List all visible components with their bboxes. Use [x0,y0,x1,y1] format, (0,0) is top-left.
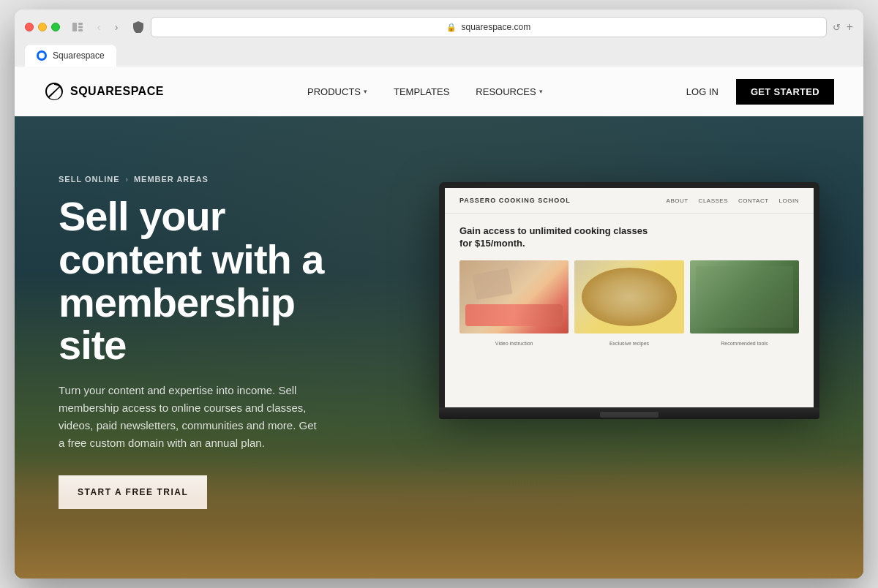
nav-arrows: ‹ › [91,19,124,35]
tab-favicon [37,50,47,61]
hero-section: SQUARESPACE PRODUCTS ▾ TEMPLATES RESOURC… [15,67,863,578]
sidebar-toggle[interactable] [72,21,83,33]
hero-description: Turn your content and expertise into inc… [59,382,322,452]
traffic-lights [25,23,60,31]
privacy-icon [132,20,145,34]
breadcrumb: SELL ONLINE › MEMBER AREAS [59,175,366,184]
breadcrumb-sell-online[interactable]: SELL ONLINE [59,175,120,184]
hands-overlay [15,447,863,578]
get-started-button[interactable]: GET STARTED [736,79,834,105]
address-bar[interactable]: 🔒 squarespace.com [151,17,827,37]
svg-rect-1 [78,23,83,25]
mini-image-pasta [574,260,683,333]
mini-nav-contact[interactable]: CONTACT [738,197,769,204]
back-button[interactable]: ‹ [91,19,107,35]
maximize-button[interactable] [51,23,60,31]
login-link[interactable]: LOG IN [686,86,718,97]
mini-nav-links: ABOUT CLASSES CONTACT LOGIN [667,197,799,204]
breadcrumb-separator: › [126,176,128,184]
breadcrumb-member-areas[interactable]: MEMBER AREAS [134,175,209,184]
mini-label-video: Video instruction [459,341,569,346]
mini-label-tools: Recommended tools [690,341,799,346]
laptop-screen-inner: PASSERO COOKING SCHOOL ABOUT CLASSES CON… [445,188,814,407]
laptop-screen: PASSERO COOKING SCHOOL ABOUT CLASSES CON… [439,182,819,407]
nav-resources[interactable]: RESOURCES ▾ [476,86,542,97]
active-tab[interactable]: Squarespace [25,45,116,67]
mini-nav-about[interactable]: ABOUT [667,197,688,204]
hero-title: Sell your content with a membership site [59,195,366,367]
close-button[interactable] [25,23,34,31]
mini-website: PASSERO COOKING SCHOOL ABOUT CLASSES CON… [445,188,814,353]
svg-rect-0 [72,23,77,31]
nav-products[interactable]: PRODUCTS ▾ [307,86,367,97]
browser-window: ‹ › 🔒 squarespace.com ↺ + [15,10,863,578]
products-chevron: ▾ [364,88,367,95]
address-bar-row: 🔒 squarespace.com ↺ + [132,17,853,37]
website-content: SQUARESPACE PRODUCTS ▾ TEMPLATES RESOURC… [15,67,863,578]
minimize-button[interactable] [38,23,47,31]
mini-image-cooking [459,260,569,333]
mini-nav-login[interactable]: LOGIN [779,197,799,204]
lock-icon: 🔒 [446,23,457,32]
mini-image-herbs [690,260,799,333]
svg-rect-3 [78,29,83,31]
tab-title: Squarespace [53,50,105,61]
resources-chevron: ▾ [539,88,543,95]
mini-headline: Gain access to unlimited cooking classes… [459,225,650,250]
url-text: squarespace.com [461,22,530,32]
browser-chrome: ‹ › 🔒 squarespace.com ↺ + [15,10,863,67]
logo[interactable]: SQUARESPACE [44,81,164,102]
mini-site-logo: PASSERO COOKING SCHOOL [459,197,571,204]
laptop-mockup: PASSERO COOKING SCHOOL ABOUT CLASSES CON… [439,182,819,419]
mini-navbar: PASSERO COOKING SCHOOL ABOUT CLASSES CON… [445,188,814,214]
refresh-button[interactable]: ↺ [833,22,841,33]
mini-label-recipes: Exclusive recipes [574,341,683,346]
nav-center: PRODUCTS ▾ TEMPLATES RESOURCES ▾ [307,86,543,97]
mini-image-grid [459,260,799,333]
forward-button[interactable]: › [108,19,124,35]
logo-text: SQUARESPACE [70,85,164,98]
mini-nav-classes[interactable]: CLASSES [699,197,728,204]
new-tab-button[interactable]: + [847,20,853,34]
mini-image-labels: Video instruction Exclusive recipes Reco… [459,341,799,346]
window-controls [72,21,83,33]
mini-hero: Gain access to unlimited cooking classes… [445,214,814,353]
laptop-body [439,407,819,419]
navbar: SQUARESPACE PRODUCTS ▾ TEMPLATES RESOURC… [15,67,863,116]
svg-rect-2 [78,26,83,29]
nav-right: LOG IN GET STARTED [686,79,834,105]
laptop-trackpad [600,412,658,418]
nav-templates[interactable]: TEMPLATES [394,86,449,97]
tab-bar: Squarespace [25,43,853,67]
